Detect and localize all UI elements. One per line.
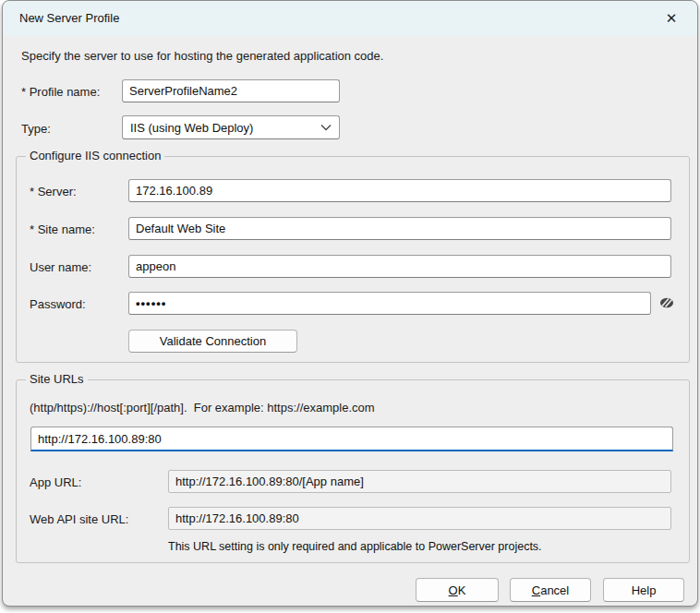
profile-name-input[interactable]	[122, 79, 340, 102]
configure-iis-legend: Configure IIS connection	[26, 149, 164, 162]
type-label: Type:	[21, 122, 51, 136]
site-urls-group: Site URLs (http/https)://host[:port][/pa…	[16, 379, 690, 563]
app-url-value: http://172.16.100.89:80/[App name]	[168, 470, 671, 493]
app-url-label: App URL:	[30, 475, 81, 489]
help-button[interactable]: Help	[603, 578, 684, 602]
cancel-button[interactable]: Cancel	[510, 578, 591, 602]
validate-connection-label: Validate Connection	[160, 334, 266, 348]
profile-name-label: * Profile name:	[21, 85, 100, 99]
validate-connection-button[interactable]: Validate Connection	[128, 330, 297, 353]
chevron-down-icon	[320, 124, 332, 131]
site-url-input[interactable]	[30, 427, 673, 451]
cancel-button-accesskey: C	[532, 583, 540, 597]
intro-text: Specify the server to use for hosting th…	[21, 49, 383, 63]
user-name-label: User name:	[30, 260, 91, 274]
server-input[interactable]	[128, 179, 671, 202]
eye-slash-icon	[658, 296, 675, 309]
server-label: * Server:	[30, 185, 77, 198]
password-label: Password:	[30, 297, 86, 311]
url-format-hint: (http/https)://host[:port][/path]. For e…	[30, 401, 375, 415]
type-dropdown[interactable]: IIS (using Web Deploy)	[122, 115, 340, 139]
help-button-label: Help	[632, 583, 657, 597]
configure-iis-group: Configure IIS connection * Server: * Sit…	[16, 156, 690, 363]
web-api-site-url-value: http://172.16.100.89:80	[168, 507, 671, 530]
close-icon: ✕	[666, 10, 678, 27]
ok-button-label: K	[458, 583, 466, 597]
site-urls-legend: Site URLs	[26, 372, 88, 386]
site-name-input[interactable]	[128, 217, 671, 240]
titlebar: New Server Profile ✕	[3, 1, 697, 36]
type-dropdown-value: IIS (using Web Deploy)	[130, 121, 320, 135]
new-server-profile-dialog: New Server Profile ✕ Specify the server …	[2, 0, 698, 607]
close-button[interactable]: ✕	[653, 5, 690, 32]
web-api-site-url-label: Web API site URL:	[30, 512, 128, 526]
powerserver-note: This URL setting is only required and ap…	[168, 540, 542, 553]
cancel-button-label: ancel	[540, 583, 569, 597]
ok-button[interactable]: OK	[416, 578, 499, 602]
site-name-label: * Site name:	[30, 222, 95, 236]
window-title: New Server Profile	[19, 1, 119, 36]
password-input[interactable]	[128, 292, 651, 315]
user-name-input[interactable]	[128, 255, 671, 278]
ok-button-accesskey: O	[449, 583, 458, 597]
password-reveal-toggle[interactable]	[658, 295, 676, 310]
